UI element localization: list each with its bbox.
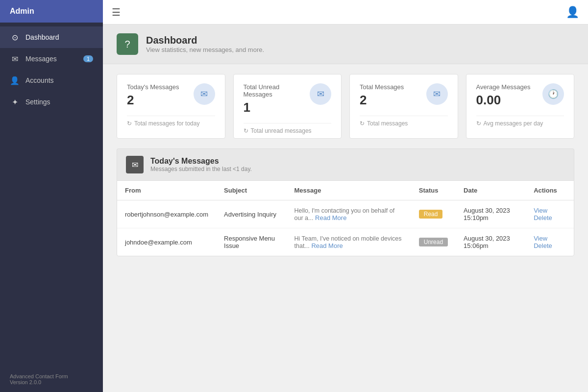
messages-nav-icon: ✉ bbox=[10, 54, 20, 64]
stat-footer: ↻ Total messages for today bbox=[127, 116, 215, 131]
sidebar-footer: Advanced Contact Form Version 2.0.0 bbox=[0, 367, 103, 392]
page-header-icon: ? bbox=[117, 33, 138, 55]
sidebar-item-label: Accounts bbox=[25, 76, 93, 84]
table-row: robertjohnson@example.com Advertising In… bbox=[117, 200, 574, 228]
stat-value: 1 bbox=[244, 100, 310, 115]
stat-value: 2 bbox=[360, 93, 404, 108]
stat-footer: ↻ Total unread messages bbox=[244, 123, 332, 138]
stat-label: Average Messages bbox=[476, 83, 531, 91]
messages-table-container: From Subject Message Status Date Actions… bbox=[117, 180, 574, 256]
row1-status: Read bbox=[411, 200, 456, 228]
row2-from: johndoe@example.com bbox=[117, 228, 216, 256]
sidebar-item-label: Messages bbox=[25, 55, 77, 63]
stat-value: 0.00 bbox=[476, 93, 531, 108]
stat-card-average: Average Messages 0.00 🕐 ↻ Avg messages p… bbox=[466, 74, 575, 139]
sidebar-item-label: Settings bbox=[25, 98, 93, 106]
row2-message-preview: Hi Team, I've noticed on mobile devices … bbox=[294, 235, 402, 249]
row1-read-more[interactable]: Read More bbox=[315, 214, 346, 221]
messages-badge: 1 bbox=[83, 55, 93, 62]
sidebar-item-messages[interactable]: ✉ Messages 1 bbox=[0, 48, 103, 70]
table-row: johndoe@example.com Responsive Menu Issu… bbox=[117, 228, 574, 256]
stat-card-unread: Total Unread Messages 1 ✉ ↻ Total unread… bbox=[233, 74, 342, 139]
stat-icon-unread: ✉ bbox=[310, 83, 331, 105]
messages-section-icon: ✉ bbox=[126, 156, 144, 173]
hamburger-icon[interactable]: ☰ bbox=[112, 6, 121, 18]
row2-subject: Responsive Menu Issue bbox=[216, 228, 287, 256]
row1-actions: View Delete bbox=[526, 200, 574, 228]
page-header: ? Dashboard View statistics, new message… bbox=[103, 24, 588, 64]
stat-icon-today: ✉ bbox=[194, 83, 215, 105]
row2-actions: View Delete bbox=[526, 228, 574, 256]
col-header-actions: Actions bbox=[526, 181, 574, 200]
sidebar-header: Admin bbox=[0, 0, 103, 23]
accounts-icon: 👤 bbox=[10, 75, 20, 85]
stat-card-today: Today's Messages 2 ✉ ↻ Total messages fo… bbox=[117, 74, 225, 139]
messages-section-title: Today's Messages bbox=[150, 157, 252, 166]
page-header-text: Dashboard View statistics, new messages,… bbox=[146, 35, 264, 53]
footer-line2: Version 2.0.0 bbox=[10, 379, 93, 385]
stat-footer: ↻ Total messages bbox=[360, 116, 448, 131]
row1-subject: Advertising Inquiry bbox=[216, 200, 287, 228]
messages-table-body: robertjohnson@example.com Advertising In… bbox=[117, 200, 574, 256]
row2-status: Unread bbox=[411, 228, 456, 256]
sidebar: Admin ⊙ Dashboard ✉ Messages 1 👤 Account… bbox=[0, 0, 103, 392]
stat-icon-total: ✉ bbox=[426, 83, 448, 105]
table-header-row: From Subject Message Status Date Actions bbox=[117, 181, 574, 200]
row2-status-badge: Unread bbox=[419, 238, 448, 246]
sidebar-item-label: Dashboard bbox=[25, 33, 93, 41]
stat-icon-average: 🕐 bbox=[542, 83, 564, 105]
stat-value: 2 bbox=[127, 93, 179, 108]
settings-icon: ✦ bbox=[10, 97, 20, 107]
row2-message: Hi Team, I've noticed on mobile devices … bbox=[287, 228, 411, 256]
messages-table: From Subject Message Status Date Actions… bbox=[117, 181, 574, 256]
messages-section-header: ✉ Today's Messages Messages submitted in… bbox=[117, 148, 574, 180]
row1-from: robertjohnson@example.com bbox=[117, 200, 216, 228]
stat-label: Total Messages bbox=[360, 83, 404, 91]
main-content: ☰ 👤 ? Dashboard View statistics, new mes… bbox=[103, 0, 588, 392]
topbar: ☰ 👤 bbox=[103, 0, 588, 24]
row2-delete-link[interactable]: Delete bbox=[534, 242, 552, 249]
col-header-status: Status bbox=[411, 181, 456, 200]
stats-row: Today's Messages 2 ✉ ↻ Total messages fo… bbox=[103, 64, 588, 148]
stat-footer: ↻ Avg messages per day bbox=[476, 116, 564, 131]
col-header-message: Message bbox=[287, 181, 411, 200]
user-profile-icon[interactable]: 👤 bbox=[566, 6, 579, 19]
row1-message: Hello, I'm contacting you on behalf of o… bbox=[287, 200, 411, 228]
stat-card-total: Total Messages 2 ✉ ↻ Total messages bbox=[349, 74, 458, 139]
row1-status-badge: Read bbox=[419, 210, 443, 219]
row1-date: August 30, 2023 15:10pm bbox=[456, 200, 526, 228]
sidebar-item-dashboard[interactable]: ⊙ Dashboard bbox=[0, 26, 103, 48]
row2-read-more[interactable]: Read More bbox=[311, 242, 343, 249]
sidebar-title: Admin bbox=[10, 7, 34, 15]
col-header-subject: Subject bbox=[216, 181, 287, 200]
page-subtitle: View statistics, new messages, and more. bbox=[146, 46, 264, 53]
col-header-date: Date bbox=[456, 181, 526, 200]
row1-delete-link[interactable]: Delete bbox=[534, 214, 552, 221]
row2-date: August 30, 2023 15:06pm bbox=[456, 228, 526, 256]
sidebar-item-accounts[interactable]: 👤 Accounts bbox=[0, 70, 103, 91]
messages-section: ✉ Today's Messages Messages submitted in… bbox=[117, 148, 574, 256]
row1-view-link[interactable]: View bbox=[534, 207, 547, 214]
footer-line1: Advanced Contact Form bbox=[10, 373, 93, 379]
page-title: Dashboard bbox=[146, 35, 264, 46]
messages-section-subtitle: Messages submitted in the last <1 day. bbox=[150, 166, 252, 172]
sidebar-nav: ⊙ Dashboard ✉ Messages 1 👤 Accounts ✦ Se… bbox=[0, 23, 103, 367]
messages-section-text: Today's Messages Messages submitted in t… bbox=[150, 157, 252, 172]
stat-label: Today's Messages bbox=[127, 83, 179, 91]
row2-view-link[interactable]: View bbox=[534, 235, 547, 242]
sidebar-item-settings[interactable]: ✦ Settings bbox=[0, 91, 103, 113]
col-header-from: From bbox=[117, 181, 216, 200]
dashboard-icon: ⊙ bbox=[10, 32, 20, 42]
stat-label: Total Unread Messages bbox=[244, 83, 310, 98]
